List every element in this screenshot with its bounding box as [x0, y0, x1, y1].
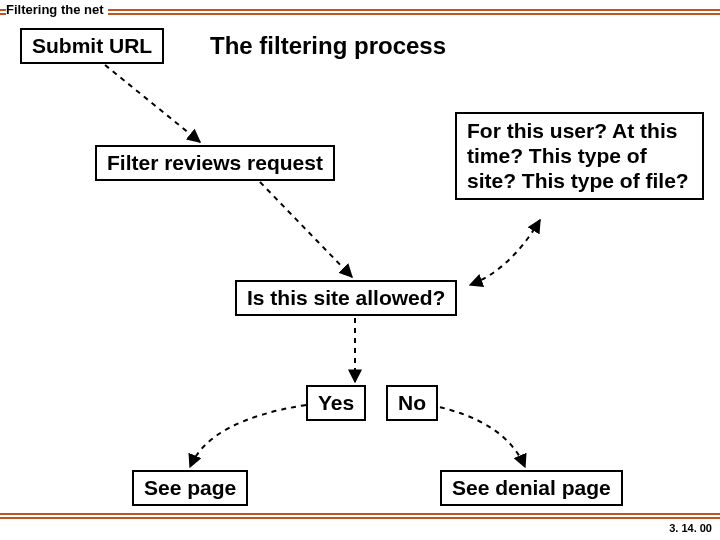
header-title: Filtering the net — [6, 2, 108, 17]
node-submit-url: Submit URL — [20, 28, 164, 64]
header-rule — [0, 9, 720, 15]
slide-stage: Filtering the net The filtering process … — [0, 0, 720, 540]
svg-line-1 — [260, 182, 352, 277]
footer-rule — [0, 513, 720, 519]
node-yes: Yes — [306, 385, 366, 421]
slide-title: The filtering process — [210, 32, 446, 60]
node-filter-reviews: Filter reviews request — [95, 145, 335, 181]
node-see-page: See page — [132, 470, 248, 506]
node-no: No — [386, 385, 438, 421]
svg-line-0 — [105, 65, 200, 142]
node-see-denial: See denial page — [440, 470, 623, 506]
node-questions: For this user? At this time? This type o… — [455, 112, 704, 200]
flow-arrows — [0, 0, 720, 540]
footer-date: 3. 14. 00 — [669, 522, 712, 534]
node-allowed: Is this site allowed? — [235, 280, 457, 316]
